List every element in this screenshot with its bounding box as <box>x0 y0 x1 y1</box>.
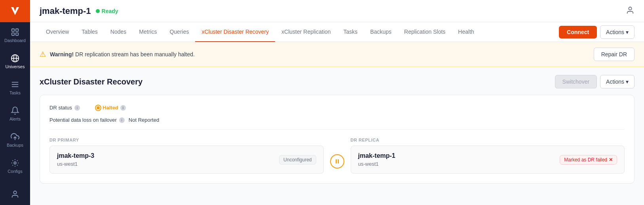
section-actions-label: Actions <box>606 79 624 85</box>
tab-queries[interactable]: Queries <box>163 22 195 42</box>
svg-point-11 <box>14 162 16 164</box>
sidebar-item-tasks[interactable]: Tasks <box>0 75 30 101</box>
status-badge: Ready <box>96 8 118 14</box>
tab-nodes[interactable]: Nodes <box>104 22 133 42</box>
sidebar-item-alerts[interactable]: Alerts <box>0 101 30 127</box>
sidebar-item-label: Tasks <box>9 90 21 95</box>
dr-primary-region: us-west1 <box>57 161 94 167</box>
status-label: Ready <box>102 8 118 14</box>
dr-status-label: DR status <box>49 105 72 111</box>
warning-text: ⚠ Warning! DR replication stream has bee… <box>40 50 195 59</box>
tab-bar: Overview Tables Nodes Metrics Queries xC… <box>30 22 644 42</box>
dr-pause-icon <box>330 154 344 169</box>
dr-primary-badge: Unconfigured <box>279 155 316 165</box>
content-area: ⚠ Warning! DR replication stream has bee… <box>30 42 644 205</box>
sidebar-item-label: Backups <box>7 143 23 148</box>
dr-replica-card: jmak-temp-1 us-west1 Marked as DR failed… <box>351 146 625 174</box>
main-content: jmak-temp-1 Ready Overview Tables Nodes … <box>30 0 644 205</box>
sidebar-item-universes[interactable]: Universes <box>0 48 30 75</box>
svg-rect-3 <box>16 33 18 35</box>
section-actions: Switchover Actions ▾ <box>555 75 635 88</box>
halted-info-icon[interactable]: i <box>120 105 126 111</box>
switchover-button[interactable]: Switchover <box>555 75 597 88</box>
dr-card: DR status i Halted i Potential data loss… <box>40 95 635 184</box>
svg-rect-0 <box>12 29 14 31</box>
svg-rect-1 <box>16 29 18 31</box>
dr-data-loss-item: Potential data loss on failover i Not Re… <box>49 117 159 123</box>
sidebar-item-label: Configs <box>8 169 22 174</box>
tab-actions-area: Connect Actions ▾ <box>559 25 635 39</box>
section-title: xCluster Disaster Recovery <box>40 77 142 86</box>
tab-tasks[interactable]: Tasks <box>337 22 364 42</box>
sidebar-item-label: Dashboard <box>4 38 26 43</box>
svg-rect-2 <box>12 33 14 35</box>
warning-bold: Warning! <box>50 51 74 57</box>
tab-xcluster-dr[interactable]: xCluster Disaster Recovery <box>195 22 275 42</box>
pause-circle-icon <box>330 154 344 169</box>
dr-replica-badge-text: Marked as DR failed <box>564 157 607 163</box>
sidebar-item-backups[interactable]: Backups <box>0 127 30 153</box>
warning-banner: ⚠ Warning! DR replication stream has bee… <box>30 42 644 67</box>
tab-xcluster-replication[interactable]: xCluster Replication <box>275 22 337 42</box>
repair-dr-button[interactable]: Repair DR <box>594 48 635 61</box>
header-user-icon[interactable] <box>626 6 635 16</box>
sidebar-item-configs[interactable]: Configs <box>0 153 30 179</box>
svg-point-13 <box>629 7 631 10</box>
failed-x-icon: ✕ <box>609 157 613 163</box>
sidebar-item-label: Universes <box>6 64 25 69</box>
sidebar-item-dashboard[interactable]: Dashboard <box>0 22 30 48</box>
data-loss-value: Not Reported <box>129 117 159 123</box>
tab-health[interactable]: Health <box>452 22 480 42</box>
dr-status-info-icon[interactable]: i <box>74 105 80 111</box>
dr-primary-info: jmak-temp-3 us-west1 <box>57 152 94 167</box>
section-header: xCluster Disaster Recovery Switchover Ac… <box>30 67 644 95</box>
page-title: jmak-temp-1 <box>40 6 91 16</box>
dr-replica-name: jmak-temp-1 <box>358 152 395 159</box>
dr-status-row: DR status i Halted i <box>49 105 625 111</box>
halted-dot-icon <box>96 105 101 110</box>
dr-clusters: DR PRIMARY jmak-temp-3 us-west1 Unconfig… <box>49 138 625 174</box>
dr-data-loss-row: Potential data loss on failover i Not Re… <box>49 117 625 123</box>
dr-replica-col-label: DR REPLICA <box>351 138 625 142</box>
warning-message: DR replication stream has been manually … <box>75 51 195 57</box>
actions-label: Actions <box>606 29 624 35</box>
sidebar-item-label: Alerts <box>9 117 21 121</box>
dr-primary-card: jmak-temp-3 us-west1 Unconfigured <box>49 146 324 174</box>
tab-replication-slots[interactable]: Replication Slots <box>398 22 452 42</box>
sidebar: Dashboard Universes Tasks Alerts Backups <box>0 0 30 205</box>
user-avatar[interactable] <box>0 184 30 205</box>
status-dot-icon <box>96 9 100 13</box>
dr-replica-info: jmak-temp-1 us-west1 <box>358 152 395 167</box>
section-actions-button[interactable]: Actions ▾ <box>600 75 635 88</box>
data-loss-label: Potential data loss on failover <box>49 117 117 123</box>
dr-primary-name: jmak-temp-3 <box>57 152 94 159</box>
halted-badge: Halted i <box>96 105 126 111</box>
svg-point-12 <box>13 191 16 194</box>
status-divider <box>49 129 625 130</box>
tab-backups[interactable]: Backups <box>364 22 398 42</box>
sidebar-logo[interactable] <box>0 0 30 22</box>
dr-replica-box: DR REPLICA jmak-temp-1 us-west1 Marked a… <box>351 138 625 174</box>
halted-label: Halted <box>103 105 118 111</box>
tab-tables[interactable]: Tables <box>75 22 104 42</box>
dr-primary-col-label: DR PRIMARY <box>49 138 324 142</box>
svg-rect-14 <box>336 159 337 163</box>
chevron-down-icon: ▾ <box>626 29 629 35</box>
chevron-down-icon: ▾ <box>626 79 629 85</box>
dr-primary-box: DR PRIMARY jmak-temp-3 us-west1 Unconfig… <box>49 138 324 174</box>
data-loss-info-icon[interactable]: i <box>119 117 125 123</box>
tab-metrics[interactable]: Metrics <box>133 22 163 42</box>
svg-rect-15 <box>338 159 339 163</box>
tab-overview[interactable]: Overview <box>40 22 75 42</box>
page-header: jmak-temp-1 Ready <box>30 0 644 22</box>
dr-replica-badge: Marked as DR failed ✕ <box>560 155 617 165</box>
dr-status-item: DR status i <box>49 105 80 111</box>
actions-button[interactable]: Actions ▾ <box>600 25 635 39</box>
dr-replica-region: us-west1 <box>358 161 395 167</box>
connect-button[interactable]: Connect <box>559 26 597 38</box>
warning-icon: ⚠ <box>40 50 46 59</box>
